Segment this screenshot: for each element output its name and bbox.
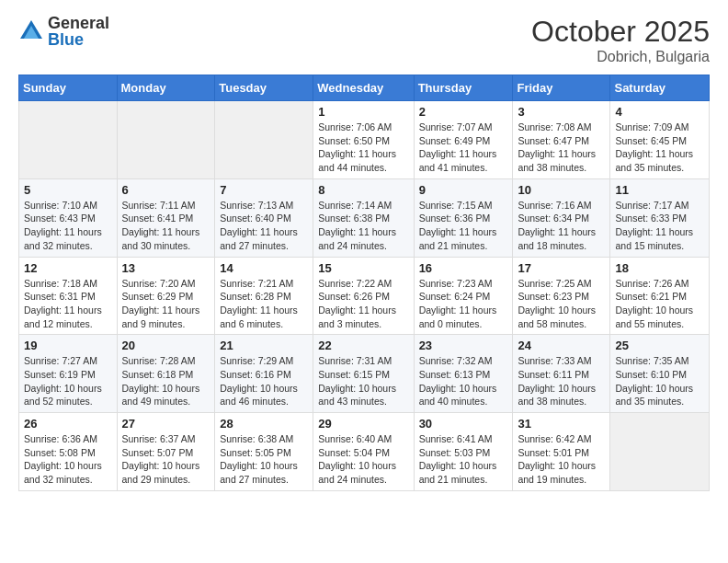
calendar-cell: 10Sunrise: 7:16 AM Sunset: 6:34 PM Dayli… xyxy=(513,178,610,257)
day-info: Sunrise: 7:31 AM Sunset: 6:15 PM Dayligh… xyxy=(318,354,408,408)
day-number: 12 xyxy=(24,261,112,275)
day-info: Sunrise: 7:32 AM Sunset: 6:13 PM Dayligh… xyxy=(419,354,508,408)
day-info: Sunrise: 7:23 AM Sunset: 6:24 PM Dayligh… xyxy=(419,277,508,331)
day-info: Sunrise: 7:29 AM Sunset: 6:16 PM Dayligh… xyxy=(220,354,308,408)
weekday-header-row: SundayMondayTuesdayWednesdayThursdayFrid… xyxy=(19,75,710,101)
calendar-cell: 2Sunrise: 7:07 AM Sunset: 6:49 PM Daylig… xyxy=(414,101,513,179)
calendar-cell: 4Sunrise: 7:09 AM Sunset: 6:45 PM Daylig… xyxy=(610,101,710,179)
day-number: 16 xyxy=(419,261,508,275)
weekday-header-cell: Wednesday xyxy=(313,75,414,101)
calendar-cell: 11Sunrise: 7:17 AM Sunset: 6:33 PM Dayli… xyxy=(610,178,710,257)
calendar-cell: 20Sunrise: 7:28 AM Sunset: 6:18 PM Dayli… xyxy=(117,335,215,413)
calendar-cell: 8Sunrise: 7:14 AM Sunset: 6:38 PM Daylig… xyxy=(313,178,414,257)
day-info: Sunrise: 7:25 AM Sunset: 6:23 PM Dayligh… xyxy=(518,277,605,331)
day-info: Sunrise: 7:13 AM Sunset: 6:40 PM Dayligh… xyxy=(220,199,308,253)
calendar-cell: 24Sunrise: 7:33 AM Sunset: 6:11 PM Dayli… xyxy=(513,335,610,413)
calendar-week-row: 26Sunrise: 6:36 AM Sunset: 5:08 PM Dayli… xyxy=(19,413,710,491)
day-number: 13 xyxy=(122,261,210,275)
day-number: 21 xyxy=(220,339,308,352)
day-number: 15 xyxy=(318,261,408,275)
calendar-cell: 19Sunrise: 7:27 AM Sunset: 6:19 PM Dayli… xyxy=(19,335,118,413)
calendar-cell: 29Sunrise: 6:40 AM Sunset: 5:04 PM Dayli… xyxy=(313,413,414,491)
calendar-cell: 31Sunrise: 6:42 AM Sunset: 5:01 PM Dayli… xyxy=(513,413,610,491)
day-info: Sunrise: 7:33 AM Sunset: 6:11 PM Dayligh… xyxy=(518,354,605,408)
calendar-cell: 22Sunrise: 7:31 AM Sunset: 6:15 PM Dayli… xyxy=(313,335,414,413)
day-number: 23 xyxy=(419,339,508,352)
day-number: 27 xyxy=(122,417,210,431)
day-info: Sunrise: 7:07 AM Sunset: 6:49 PM Dayligh… xyxy=(419,121,508,175)
day-info: Sunrise: 7:27 AM Sunset: 6:19 PM Dayligh… xyxy=(24,354,112,408)
day-number: 29 xyxy=(318,417,408,431)
weekday-header-cell: Thursday xyxy=(414,75,513,101)
weekday-header-cell: Monday xyxy=(117,75,215,101)
day-number: 19 xyxy=(24,339,112,352)
calendar-cell: 6Sunrise: 7:11 AM Sunset: 6:41 PM Daylig… xyxy=(117,178,215,257)
calendar-cell: 21Sunrise: 7:29 AM Sunset: 6:16 PM Dayli… xyxy=(215,335,313,413)
day-number: 31 xyxy=(518,417,605,431)
calendar-week-row: 19Sunrise: 7:27 AM Sunset: 6:19 PM Dayli… xyxy=(19,335,710,413)
day-number: 10 xyxy=(518,183,605,197)
day-info: Sunrise: 6:37 AM Sunset: 5:07 PM Dayligh… xyxy=(122,432,210,487)
calendar-cell: 13Sunrise: 7:20 AM Sunset: 6:29 PM Dayli… xyxy=(117,257,215,335)
day-number: 8 xyxy=(318,183,408,197)
day-number: 14 xyxy=(220,261,308,275)
calendar-cell: 7Sunrise: 7:13 AM Sunset: 6:40 PM Daylig… xyxy=(215,178,313,257)
logo-blue-label: Blue xyxy=(48,31,109,48)
calendar-cell: 26Sunrise: 6:36 AM Sunset: 5:08 PM Dayli… xyxy=(19,413,118,491)
calendar: SundayMondayTuesdayWednesdayThursdayFrid… xyxy=(18,75,710,491)
calendar-cell: 1Sunrise: 7:06 AM Sunset: 6:50 PM Daylig… xyxy=(313,101,414,179)
calendar-cell xyxy=(117,101,215,179)
day-number: 26 xyxy=(24,417,112,431)
calendar-cell xyxy=(610,413,710,491)
day-info: Sunrise: 6:41 AM Sunset: 5:03 PM Dayligh… xyxy=(419,432,508,487)
day-info: Sunrise: 7:26 AM Sunset: 6:21 PM Dayligh… xyxy=(615,277,704,331)
weekday-header-cell: Tuesday xyxy=(215,75,313,101)
day-number: 24 xyxy=(518,339,605,352)
day-info: Sunrise: 6:42 AM Sunset: 5:01 PM Dayligh… xyxy=(518,432,605,487)
day-number: 9 xyxy=(419,183,508,197)
calendar-cell: 16Sunrise: 7:23 AM Sunset: 6:24 PM Dayli… xyxy=(414,257,513,335)
day-number: 30 xyxy=(419,417,508,431)
calendar-week-row: 1Sunrise: 7:06 AM Sunset: 6:50 PM Daylig… xyxy=(19,101,710,179)
day-info: Sunrise: 7:35 AM Sunset: 6:10 PM Dayligh… xyxy=(615,354,704,408)
logo-general-label: General xyxy=(48,15,109,31)
title-block: October 2025 Dobrich, Bulgaria xyxy=(531,15,710,65)
calendar-body: 1Sunrise: 7:06 AM Sunset: 6:50 PM Daylig… xyxy=(19,101,710,491)
calendar-cell xyxy=(19,101,118,179)
month-title: October 2025 xyxy=(531,15,710,49)
page: General Blue October 2025 Dobrich, Bulga… xyxy=(0,0,728,506)
calendar-cell xyxy=(215,101,313,179)
calendar-cell: 30Sunrise: 6:41 AM Sunset: 5:03 PM Dayli… xyxy=(414,413,513,491)
calendar-cell: 17Sunrise: 7:25 AM Sunset: 6:23 PM Dayli… xyxy=(513,257,610,335)
calendar-cell: 5Sunrise: 7:10 AM Sunset: 6:43 PM Daylig… xyxy=(19,178,118,257)
calendar-cell: 14Sunrise: 7:21 AM Sunset: 6:28 PM Dayli… xyxy=(215,257,313,335)
day-number: 6 xyxy=(122,183,210,197)
day-number: 7 xyxy=(220,183,308,197)
day-info: Sunrise: 7:08 AM Sunset: 6:47 PM Dayligh… xyxy=(518,121,605,175)
day-info: Sunrise: 6:36 AM Sunset: 5:08 PM Dayligh… xyxy=(24,432,112,487)
day-info: Sunrise: 7:11 AM Sunset: 6:41 PM Dayligh… xyxy=(122,199,210,253)
calendar-cell: 9Sunrise: 7:15 AM Sunset: 6:36 PM Daylig… xyxy=(414,178,513,257)
day-number: 4 xyxy=(615,105,704,119)
day-number: 1 xyxy=(318,105,408,119)
day-number: 22 xyxy=(318,339,408,352)
day-number: 17 xyxy=(518,261,605,275)
calendar-cell: 15Sunrise: 7:22 AM Sunset: 6:26 PM Dayli… xyxy=(313,257,414,335)
day-info: Sunrise: 7:15 AM Sunset: 6:36 PM Dayligh… xyxy=(419,199,508,253)
day-info: Sunrise: 7:16 AM Sunset: 6:34 PM Dayligh… xyxy=(518,199,605,253)
logo-text: General Blue xyxy=(48,15,109,48)
calendar-cell: 23Sunrise: 7:32 AM Sunset: 6:13 PM Dayli… xyxy=(414,335,513,413)
day-number: 28 xyxy=(220,417,308,431)
calendar-cell: 27Sunrise: 6:37 AM Sunset: 5:07 PM Dayli… xyxy=(117,413,215,491)
day-info: Sunrise: 7:17 AM Sunset: 6:33 PM Dayligh… xyxy=(615,199,704,253)
calendar-week-row: 12Sunrise: 7:18 AM Sunset: 6:31 PM Dayli… xyxy=(19,257,710,335)
day-info: Sunrise: 7:10 AM Sunset: 6:43 PM Dayligh… xyxy=(24,199,112,253)
logo: General Blue xyxy=(18,15,109,48)
calendar-cell: 25Sunrise: 7:35 AM Sunset: 6:10 PM Dayli… xyxy=(610,335,710,413)
day-number: 25 xyxy=(615,339,704,352)
day-number: 3 xyxy=(518,105,605,119)
day-info: Sunrise: 7:14 AM Sunset: 6:38 PM Dayligh… xyxy=(318,199,408,253)
day-info: Sunrise: 7:22 AM Sunset: 6:26 PM Dayligh… xyxy=(318,277,408,331)
day-number: 2 xyxy=(419,105,508,119)
day-info: Sunrise: 7:06 AM Sunset: 6:50 PM Dayligh… xyxy=(318,121,408,175)
